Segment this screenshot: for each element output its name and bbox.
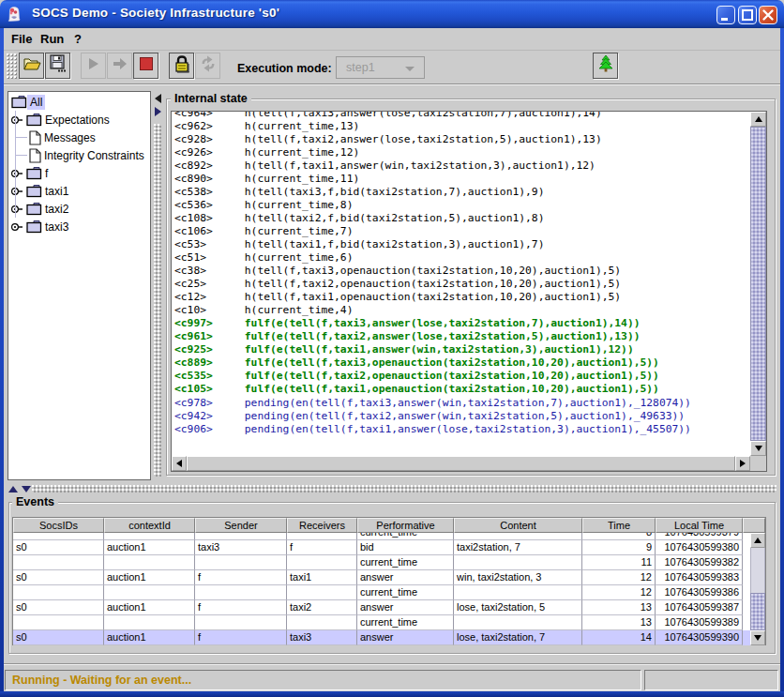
tree-item-label[interactable]: taxi2 <box>42 202 71 217</box>
table-cell[interactable]: 9 <box>582 540 656 555</box>
table-cell[interactable]: lose, taxi2station, 5 <box>454 600 582 615</box>
table-cell[interactable]: answer <box>357 600 454 615</box>
table-row[interactable]: current_time111076430599382 <box>13 555 750 570</box>
save-button[interactable] <box>45 53 70 79</box>
column-header-contextid[interactable]: contextId <box>104 518 195 533</box>
table-cell[interactable]: current_time <box>357 585 454 600</box>
tree-item-expectations[interactable]: Expectations <box>8 111 150 129</box>
table-cell[interactable] <box>195 615 287 630</box>
table-cell[interactable]: lose, taxi2station, 7 <box>454 630 582 645</box>
tree-item-integrity-constraints[interactable]: Integrity Constraints <box>8 146 150 164</box>
scroll-up-button[interactable] <box>750 533 765 548</box>
tree-item-taxi1[interactable]: taxi1 <box>8 182 150 200</box>
expand-handle-icon[interactable] <box>10 222 23 232</box>
table-cell[interactable] <box>104 615 195 630</box>
table-cell[interactable]: answer <box>357 630 454 645</box>
table-cell[interactable]: taxi1 <box>287 570 357 585</box>
table-cell[interactable]: 13 <box>582 600 656 615</box>
menu-help[interactable]: ? <box>72 31 83 48</box>
table-cell[interactable] <box>287 585 357 600</box>
execution-mode-combobox[interactable]: step1 <box>336 56 425 79</box>
tree-item-label[interactable]: Expectations <box>42 113 113 128</box>
table-cell[interactable] <box>287 533 357 540</box>
menu-run[interactable]: Run <box>38 31 66 48</box>
vertical-split-divider[interactable] <box>153 86 162 480</box>
split-expand-down-icon[interactable] <box>22 486 31 492</box>
toolbar-grip[interactable] <box>7 53 18 80</box>
table-cell[interactable]: s0 <box>13 540 104 555</box>
table-cell[interactable] <box>13 555 104 570</box>
table-cell[interactable] <box>454 555 582 570</box>
table-cell[interactable] <box>13 585 104 600</box>
maximize-button[interactable] <box>738 6 757 24</box>
table-cell[interactable]: 1076430599386 <box>656 585 743 600</box>
table-cell[interactable]: answer <box>357 570 454 585</box>
table-cell[interactable]: 12 <box>582 585 656 600</box>
expand-handle-icon[interactable] <box>10 205 23 214</box>
table-cell[interactable] <box>454 585 582 600</box>
tree-item-taxi3[interactable]: taxi3 <box>8 218 150 235</box>
table-cell[interactable] <box>454 615 582 630</box>
title-bar[interactable]: SOCS Demo - Society Infrastructure 's0' <box>0 0 784 28</box>
table-cell[interactable] <box>104 533 195 540</box>
table-cell[interactable]: auction1 <box>104 540 195 555</box>
minimize-button[interactable] <box>716 6 735 24</box>
table-row[interactable]: s0auction1ftaxi3answerlose, taxi2station… <box>13 630 750 645</box>
play-button[interactable] <box>81 53 106 79</box>
column-header-receivers[interactable]: Receivers <box>287 518 357 533</box>
split-expand-right-icon[interactable] <box>155 107 161 116</box>
split-collapse-left-icon[interactable] <box>155 94 161 103</box>
table-cell[interactable]: 14 <box>582 630 656 645</box>
column-header-time[interactable]: Time <box>582 518 656 533</box>
table-cell[interactable]: 1076430599387 <box>656 600 743 615</box>
table-cell[interactable]: f <box>195 570 287 585</box>
scrollbar-thumb[interactable] <box>187 456 735 471</box>
expand-handle-icon[interactable] <box>10 115 23 125</box>
scroll-down-button[interactable] <box>750 441 766 456</box>
lock-button[interactable] <box>169 53 194 79</box>
table-cell[interactable]: s0 <box>13 630 104 645</box>
table-cell[interactable]: 1076430599382 <box>656 555 743 570</box>
table-cell[interactable]: 1076430599389 <box>656 615 743 630</box>
internal-state-textarea[interactable]: <c964> h(tell(f,taxi3,answer(lose,taxi2s… <box>172 112 751 456</box>
table-cell[interactable]: 11 <box>582 555 656 570</box>
table-cell[interactable] <box>13 615 104 630</box>
table-cell[interactable]: auction1 <box>104 630 195 645</box>
table-cell[interactable]: current_time <box>357 615 454 630</box>
scroll-right-button[interactable] <box>735 456 750 471</box>
tree-item-label[interactable]: Messages <box>41 130 98 145</box>
tree-item-taxi2[interactable]: taxi2 <box>8 200 150 218</box>
table-cell[interactable] <box>195 533 287 540</box>
table-cell[interactable]: auction1 <box>104 570 195 585</box>
column-header-socsids[interactable]: SocsIDs <box>13 518 104 533</box>
tree-item-label[interactable]: Integrity Constraints <box>41 148 147 163</box>
scroll-left-button[interactable] <box>172 456 187 471</box>
table-cell[interactable]: current_time <box>357 533 454 540</box>
table-row[interactable]: s0auction1ftaxi1answerwin, taxi2station,… <box>13 570 750 585</box>
table-row[interactable]: current_time81076430599379 <box>13 533 750 540</box>
scroll-up-button[interactable] <box>750 112 766 127</box>
table-cell[interactable] <box>195 585 287 600</box>
split-collapse-up-icon[interactable] <box>8 486 18 492</box>
expand-handle-icon[interactable] <box>10 187 23 196</box>
scrollbar-thumb[interactable] <box>750 593 765 630</box>
open-folder-button[interactable] <box>19 53 44 79</box>
tree-item-label[interactable]: f <box>42 166 51 181</box>
table-row[interactable]: s0auction1taxi3fbidtaxi2station, 7910764… <box>13 540 750 555</box>
table-cell[interactable]: f <box>195 600 287 615</box>
table-cell[interactable]: 12 <box>582 570 656 585</box>
table-cell[interactable] <box>454 533 582 540</box>
step-forward-button[interactable] <box>107 53 132 79</box>
table-cell[interactable]: auction1 <box>104 600 195 615</box>
table-cell[interactable] <box>104 555 195 570</box>
table-cell[interactable] <box>287 615 357 630</box>
table-cell[interactable]: bid <box>357 540 454 555</box>
table-cell[interactable]: 1076430599383 <box>656 570 743 585</box>
table-row[interactable]: current_time121076430599386 <box>13 585 750 600</box>
table-cell[interactable]: 1076430599390 <box>656 630 743 645</box>
table-cell[interactable] <box>195 555 287 570</box>
tree-item-all[interactable]: All <box>8 93 150 111</box>
horizontal-split-divider[interactable] <box>4 484 780 493</box>
table-cell[interactable]: taxi3 <box>195 540 287 555</box>
stop-button[interactable] <box>133 53 158 79</box>
